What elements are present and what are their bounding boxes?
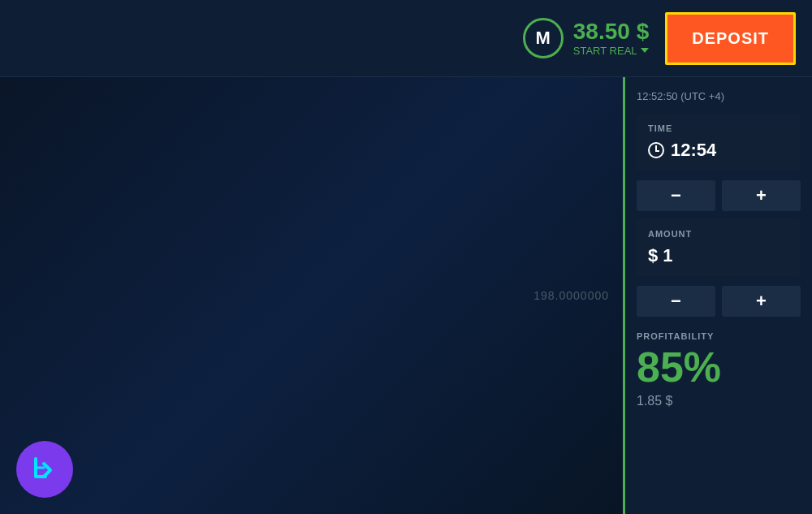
header: M 38.50 $ START REAL DEPOSIT: [0, 0, 812, 77]
deposit-button[interactable]: DEPOSIT: [665, 12, 796, 65]
amount-increase-button[interactable]: +: [722, 286, 801, 317]
time-increase-button[interactable]: +: [722, 180, 801, 211]
time-decrease-button[interactable]: −: [637, 180, 715, 211]
profitability-percent: 85%: [637, 344, 801, 391]
profitability-section: PROFITABILITY 85% 1.85 $: [637, 325, 801, 412]
amount-value: $ 1: [648, 245, 789, 266]
balance-amount: 38.50 $: [573, 20, 649, 43]
time-card: TIME 12:54: [637, 114, 801, 171]
account-icon: M: [523, 18, 564, 58]
balance-info: 38.50 $ START REAL: [573, 20, 649, 57]
amount-card: AMOUNT $ 1: [637, 219, 801, 276]
right-panel: 12:52:50 (UTC +4) TIME 12:54 − + AMOUNT …: [625, 77, 812, 514]
clock-icon: [648, 142, 664, 158]
time-label: TIME: [648, 123, 789, 133]
logo-icon: [28, 452, 62, 486]
amount-label: AMOUNT: [648, 229, 789, 239]
timestamp: 12:52:50 (UTC +4): [637, 87, 801, 106]
logo: [16, 441, 73, 498]
time-value: 12:54: [648, 140, 789, 161]
time-controls: − +: [637, 180, 801, 211]
chevron-down-icon: [641, 48, 649, 53]
chart-value: 198.0000000: [533, 289, 609, 302]
balance-section: M 38.50 $ START REAL: [523, 18, 649, 58]
profitability-dollar: 1.85 $: [637, 394, 801, 408]
amount-decrease-button[interactable]: −: [637, 286, 715, 317]
profitability-label: PROFITABILITY: [637, 331, 801, 341]
account-type[interactable]: START REAL: [573, 45, 649, 57]
amount-controls: − +: [637, 286, 801, 317]
chart-area: 198.0000000: [0, 77, 625, 514]
